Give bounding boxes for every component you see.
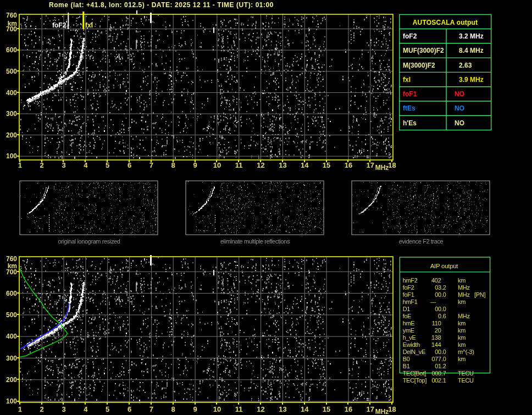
svg-text:00.0: 00.0 bbox=[435, 348, 446, 355]
svg-text:12: 12 bbox=[257, 405, 264, 413]
svg-text:8.4 MHz: 8.4 MHz bbox=[459, 47, 484, 54]
svg-text:11: 11 bbox=[235, 161, 243, 169]
svg-text:11: 11 bbox=[235, 405, 243, 413]
svg-text:TECU: TECU bbox=[458, 377, 474, 384]
svg-text:12: 12 bbox=[257, 161, 264, 169]
svg-text:13: 13 bbox=[279, 161, 286, 169]
svg-text:18: 18 bbox=[388, 405, 396, 413]
svg-text:---: --- bbox=[430, 298, 436, 305]
svg-text:5: 5 bbox=[106, 161, 109, 169]
svg-text:foF2: foF2 bbox=[403, 32, 417, 40]
svg-text:0.6: 0.6 bbox=[438, 313, 446, 319]
svg-text:MHz: MHz bbox=[458, 313, 470, 319]
svg-text:foE: foE bbox=[403, 313, 412, 319]
svg-text:km: km bbox=[458, 356, 465, 362]
svg-text:fxI: fxI bbox=[403, 76, 411, 84]
svg-text:00.0: 00.0 bbox=[435, 291, 446, 298]
svg-text:138: 138 bbox=[431, 334, 441, 341]
svg-text:10: 10 bbox=[213, 405, 221, 413]
svg-text:m^(-3): m^(-3) bbox=[458, 348, 474, 355]
svg-text:2.63: 2.63 bbox=[459, 62, 472, 69]
svg-text:MHz: MHz bbox=[375, 408, 389, 415]
svg-text:original ionogram resized: original ionogram resized bbox=[58, 238, 120, 245]
svg-text:km: km bbox=[458, 320, 465, 327]
svg-text:14: 14 bbox=[301, 405, 309, 413]
svg-text:14: 14 bbox=[301, 161, 309, 169]
svg-text:3: 3 bbox=[62, 161, 65, 169]
svg-text:8: 8 bbox=[171, 161, 175, 169]
svg-text:600: 600 bbox=[6, 46, 17, 54]
svg-text:TECU: TECU bbox=[458, 370, 474, 377]
svg-text:15: 15 bbox=[323, 161, 330, 169]
svg-text:km: km bbox=[458, 334, 465, 341]
svg-text:5: 5 bbox=[106, 405, 109, 413]
svg-text:110: 110 bbox=[432, 320, 441, 327]
svg-text:9: 9 bbox=[193, 161, 197, 169]
svg-text:9: 9 bbox=[193, 405, 197, 413]
svg-text:km: km bbox=[458, 341, 465, 348]
svg-text:foF1: foF1 bbox=[403, 291, 414, 298]
svg-text:03.2: 03.2 bbox=[435, 284, 446, 291]
svg-text:foF2: foF2 bbox=[52, 21, 66, 29]
svg-text:ftEs: ftEs bbox=[403, 104, 415, 112]
svg-text:20: 20 bbox=[435, 327, 441, 334]
svg-text:eliminate multiple reflections: eliminate multiple reflections bbox=[220, 238, 290, 245]
svg-text:300: 300 bbox=[6, 110, 17, 118]
svg-text:6: 6 bbox=[128, 405, 131, 413]
svg-text:6: 6 bbox=[128, 161, 131, 169]
svg-text:18: 18 bbox=[388, 161, 396, 169]
svg-text:hmE: hmE bbox=[403, 320, 415, 327]
svg-text:1: 1 bbox=[18, 161, 22, 169]
svg-text:3.9 MHz: 3.9 MHz bbox=[459, 76, 484, 84]
svg-text:foF2: foF2 bbox=[403, 284, 414, 291]
svg-text:MHz: MHz bbox=[375, 164, 389, 171]
svg-text:NO: NO bbox=[455, 90, 464, 98]
svg-text:400: 400 bbox=[6, 333, 17, 340]
svg-text:NO: NO bbox=[455, 119, 464, 127]
svg-text:1: 1 bbox=[18, 405, 22, 413]
svg-text:hmF1: hmF1 bbox=[403, 298, 418, 305]
svg-text:3.2 MHz: 3.2 MHz bbox=[459, 32, 484, 40]
svg-text:D1: D1 bbox=[403, 306, 411, 312]
svg-text:km: km bbox=[458, 327, 465, 334]
svg-text:17: 17 bbox=[366, 161, 374, 169]
svg-text:15: 15 bbox=[323, 405, 330, 413]
svg-text:00.0: 00.0 bbox=[435, 306, 446, 312]
svg-text:Rome (lat: +41.8, lon: 012.5): Rome (lat: +41.8, lon: 012.5) - DATE: 20… bbox=[49, 1, 274, 9]
svg-text:M(3000)F2: M(3000)F2 bbox=[403, 62, 435, 69]
svg-text:hmF2: hmF2 bbox=[403, 277, 418, 284]
svg-text:Ewidth: Ewidth bbox=[403, 341, 420, 348]
svg-text:h_vE: h_vE bbox=[403, 334, 416, 341]
svg-text:600: 600 bbox=[6, 290, 17, 297]
svg-text:ymE: ymE bbox=[403, 327, 414, 334]
svg-text:NO: NO bbox=[455, 104, 464, 112]
svg-text:17: 17 bbox=[366, 405, 374, 413]
svg-text:077.0: 077.0 bbox=[431, 356, 446, 362]
svg-text:144: 144 bbox=[431, 341, 441, 348]
svg-text:MHz: MHz bbox=[458, 284, 470, 291]
svg-text:4: 4 bbox=[84, 161, 88, 169]
svg-text:foF1: foF1 bbox=[403, 90, 417, 98]
svg-text:200: 200 bbox=[6, 131, 17, 139]
svg-text:4: 4 bbox=[84, 405, 88, 413]
svg-text:400: 400 bbox=[6, 89, 17, 97]
svg-text:TEC[Bot]: TEC[Bot] bbox=[403, 370, 426, 377]
svg-text:AUTOSCALA output: AUTOSCALA output bbox=[413, 19, 478, 26]
svg-text:10: 10 bbox=[213, 161, 221, 169]
svg-text:evidence F2 trace: evidence F2 trace bbox=[399, 238, 444, 245]
svg-text:3: 3 bbox=[62, 405, 65, 413]
svg-text:000.7: 000.7 bbox=[431, 370, 446, 377]
svg-text:760: 760 bbox=[6, 12, 17, 19]
svg-text:DelN_vE: DelN_vE bbox=[403, 348, 425, 355]
svg-text:AIP output: AIP output bbox=[430, 263, 459, 269]
svg-text:002.1: 002.1 bbox=[431, 377, 446, 384]
svg-text:TEC[Top]: TEC[Top] bbox=[403, 377, 427, 384]
svg-text:MHz [PN]: MHz [PN] bbox=[458, 291, 485, 298]
svg-text:700: 700 bbox=[6, 268, 17, 276]
svg-text:2: 2 bbox=[40, 161, 43, 169]
svg-text:8: 8 bbox=[171, 405, 175, 413]
svg-text:MUF(3000)F2: MUF(3000)F2 bbox=[403, 47, 444, 54]
svg-text:B0: B0 bbox=[403, 356, 410, 362]
svg-text:100: 100 bbox=[6, 397, 17, 405]
svg-text:2: 2 bbox=[40, 405, 43, 413]
